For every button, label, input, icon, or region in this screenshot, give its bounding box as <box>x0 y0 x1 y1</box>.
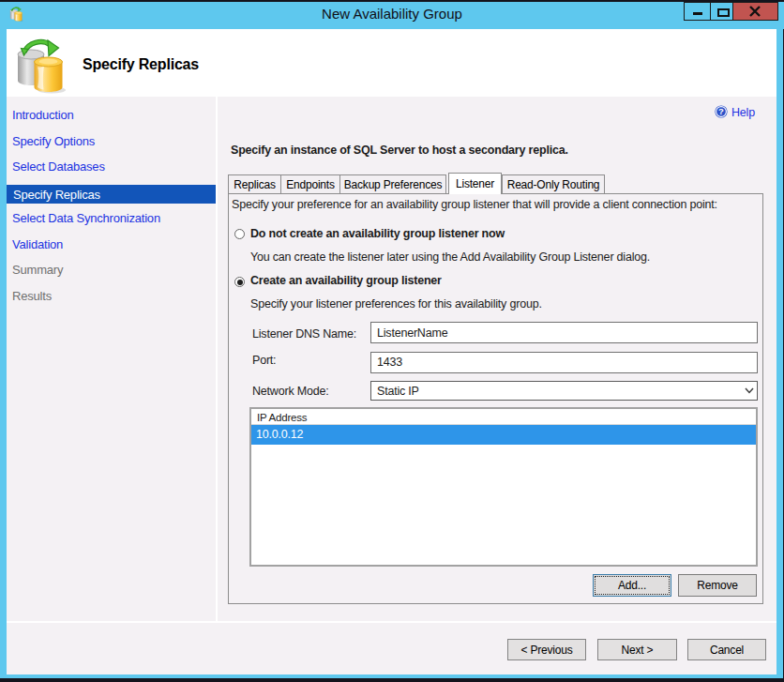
svg-text:?: ? <box>718 106 724 116</box>
